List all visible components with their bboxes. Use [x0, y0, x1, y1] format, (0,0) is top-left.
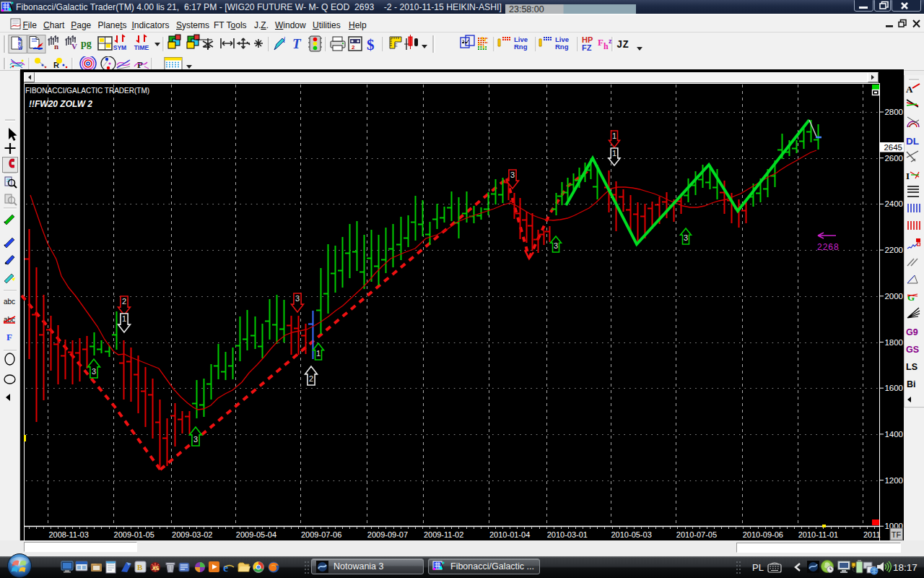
svg-text:PL: PL [752, 562, 764, 573]
svg-text:18:17: 18:17 [893, 562, 918, 573]
